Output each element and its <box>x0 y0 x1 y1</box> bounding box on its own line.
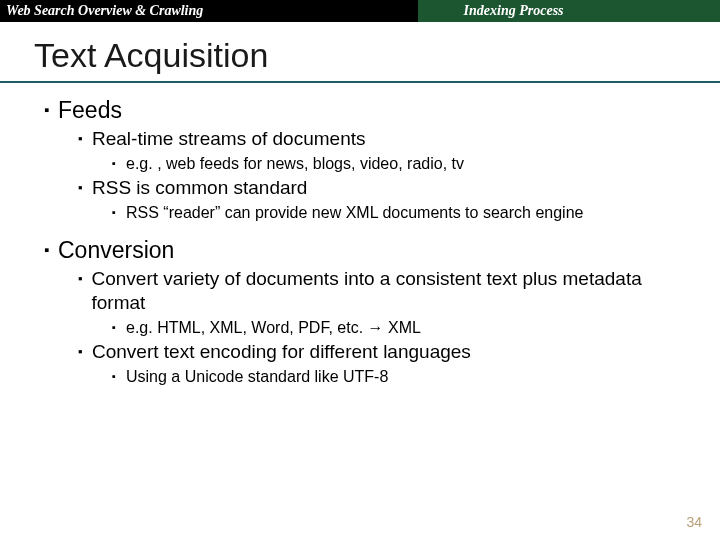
list-item: Convert variety of documents into a cons… <box>78 267 680 338</box>
bullet-text: RSS “reader” can provide new XML documen… <box>126 202 583 223</box>
square-bullet-icon <box>78 340 92 364</box>
bullet-list-lvl1: Feeds Real-time streams of documents e.g… <box>44 97 680 387</box>
square-bullet-icon <box>112 366 126 387</box>
bullet-list-lvl3: RSS “reader” can provide new XML documen… <box>112 202 680 223</box>
header-bar: Web Search Overview & Crawling Indexing … <box>0 0 720 22</box>
list-item: RSS is common standard RSS “reader” can … <box>78 176 680 223</box>
list-item: Real-time streams of documents e.g. , we… <box>78 127 680 174</box>
square-bullet-icon <box>112 317 126 338</box>
square-bullet-icon <box>44 97 58 123</box>
list-item: e.g. , web feeds for news, blogs, video,… <box>112 153 680 174</box>
bullet-text: Convert variety of documents into a cons… <box>92 267 680 315</box>
bullet-list-lvl3: e.g. , web feeds for news, blogs, video,… <box>112 153 680 174</box>
bullet-list-lvl3: Using a Unicode standard like UTF-8 <box>112 366 680 387</box>
square-bullet-icon <box>78 267 92 291</box>
bullet-text: e.g. HTML, XML, Word, PDF, etc. → XML <box>126 317 421 338</box>
bullet-text: Conversion <box>58 237 174 263</box>
page-number: 34 <box>686 514 702 530</box>
list-item: Feeds Real-time streams of documents e.g… <box>44 97 680 223</box>
bullet-list-lvl3: e.g. HTML, XML, Word, PDF, etc. → XML <box>112 317 680 338</box>
square-bullet-icon <box>78 176 92 200</box>
bullet-text: Convert text encoding for different lang… <box>92 340 471 364</box>
list-item: e.g. HTML, XML, Word, PDF, etc. → XML <box>112 317 680 338</box>
list-item: Conversion Convert variety of documents … <box>44 237 680 387</box>
slide-body: Feeds Real-time streams of documents e.g… <box>0 97 720 387</box>
list-item: Convert text encoding for different lang… <box>78 340 680 387</box>
bullet-list-lvl2: Real-time streams of documents e.g. , we… <box>78 127 680 223</box>
bullet-text: Feeds <box>58 97 122 123</box>
slide-title: Text Acquisition <box>0 22 720 81</box>
bullet-text: RSS is common standard <box>92 176 307 200</box>
list-item: RSS “reader” can provide new XML documen… <box>112 202 680 223</box>
list-item: Using a Unicode standard like UTF-8 <box>112 366 680 387</box>
bullet-text: e.g. , web feeds for news, blogs, video,… <box>126 153 464 174</box>
header-left: Web Search Overview & Crawling <box>0 0 418 22</box>
square-bullet-icon <box>44 237 58 263</box>
square-bullet-icon <box>112 153 126 174</box>
bullet-list-lvl2: Convert variety of documents into a cons… <box>78 267 680 387</box>
bullet-text: Real-time streams of documents <box>92 127 366 151</box>
square-bullet-icon <box>78 127 92 151</box>
square-bullet-icon <box>112 202 126 223</box>
title-rule <box>0 81 720 83</box>
header-right: Indexing Process <box>418 0 720 22</box>
slide: Web Search Overview & Crawling Indexing … <box>0 0 720 540</box>
bullet-text: Using a Unicode standard like UTF-8 <box>126 366 388 387</box>
